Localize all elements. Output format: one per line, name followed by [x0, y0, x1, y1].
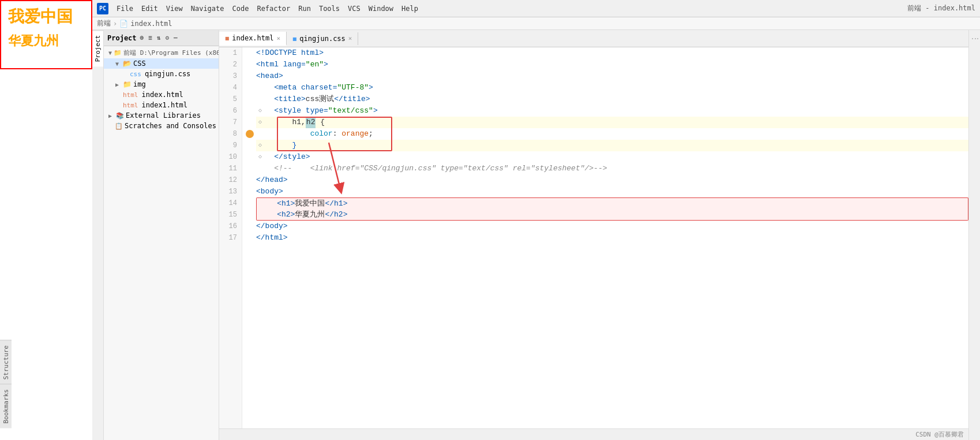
css-folder-arrow: ▼	[115, 61, 121, 67]
code-line-12: </head>	[256, 174, 968, 186]
index-html-label: index.html	[142, 91, 183, 99]
tree-scratches[interactable]: 📋 Scratches and Consoles	[104, 121, 219, 131]
root-arrow: ▼	[108, 50, 112, 56]
right-tab-1[interactable]: ⋮	[969, 30, 980, 47]
code-line-17: </html>	[256, 232, 968, 244]
code-line-14: <h1>我爱中国</h1>	[256, 197, 968, 209]
css-file-icon: css	[130, 70, 141, 78]
tree-css-folder[interactable]: ▼ 📂 CSS	[104, 58, 219, 69]
tab-index-html[interactable]: ◼ index.html ×	[219, 32, 287, 46]
breadcrumb: 前端 › 📄 index.html	[92, 17, 980, 30]
window-title: 前端 - index.html	[907, 3, 975, 13]
fold-icon-6[interactable]: ◇	[258, 105, 262, 117]
left-side-tabs: Project	[92, 30, 104, 440]
project-panel: Project ⊕ ≡ ⇅ ⚙ — ▼ 📁 前端 D:\Program File…	[104, 30, 219, 440]
menu-window[interactable]: Window	[365, 3, 397, 14]
code-line-3: <head>	[256, 70, 968, 82]
panel-header: Project ⊕ ≡ ⇅ ⚙ —	[104, 30, 219, 46]
tree-index-html[interactable]: html index.html	[104, 90, 219, 100]
css-file-label: qingjun.css	[145, 70, 190, 78]
status-bar: CSDN @百慕卿君	[219, 428, 968, 440]
code-line-15: <h2>华夏九州</h2>	[256, 209, 968, 221]
index1-html-label: index1.html	[142, 101, 187, 109]
menu-file[interactable]: File	[113, 3, 137, 14]
preview-h1: 我爱中国	[8, 6, 84, 28]
line-numbers: 1 2 3 4 5 6 7 8 9 10 11 12 13 14 15 16 1	[219, 47, 242, 428]
breadcrumb-file: 📄	[119, 20, 128, 28]
panel-icon-4[interactable]: ⚙	[164, 33, 170, 42]
editor-area: ◼ index.html × ◼ qingjun.css × 1 2 3 4 5	[219, 30, 968, 440]
code-line-7: ◇ h1,h2 {	[256, 117, 968, 128]
menu-refactor[interactable]: Refactor	[253, 3, 294, 14]
root-label: 前端 D:\Program Files (x86)\pycharm\前端	[123, 49, 219, 57]
pycharm-icon: PC	[97, 3, 108, 14]
css-folder-icon: 📂	[123, 59, 132, 68]
panel-icon-2[interactable]: ≡	[147, 33, 153, 42]
panel-title: Project	[107, 34, 137, 42]
fold-icon-7[interactable]: ◇	[258, 117, 262, 128]
status-text: CSDN @百慕卿君	[915, 430, 964, 439]
panel-icon-3[interactable]: ⇅	[156, 33, 162, 42]
tree-root[interactable]: ▼ 📁 前端 D:\Program Files (x86)\pycharm\前端	[104, 47, 219, 58]
menu-vcs[interactable]: VCS	[344, 3, 364, 14]
index-html-icon: html	[123, 91, 138, 99]
img-folder-icon: 📁	[123, 80, 132, 88]
code-line-4: <meta charset="UTF-8">	[256, 82, 968, 94]
breadcrumb-file-name[interactable]: index.html	[130, 20, 172, 28]
code-line-9: ◇ }	[256, 140, 968, 151]
tab-index-html-label: index.html	[232, 34, 273, 42]
code-line-6: ◇ <style type="text/css">	[256, 105, 968, 117]
menu-help[interactable]: Help	[398, 3, 422, 14]
code-line-11: <!-- <link href="CSS/qingjun.css" type="…	[256, 163, 968, 174]
tab-css-icon: ◼	[292, 35, 296, 43]
menu-tools[interactable]: Tools	[316, 3, 343, 14]
img-folder-label: img	[133, 80, 146, 88]
browser-preview: 我爱中国 华夏九州	[0, 0, 92, 69]
code-line-5: <title>css测试</title>	[256, 94, 968, 105]
ext-libs-label: External Libraries	[126, 111, 201, 120]
project-tab[interactable]: Project	[92, 30, 103, 66]
tab-qingjun-css-close[interactable]: ×	[348, 35, 352, 42]
img-folder-arrow: ▶	[115, 81, 121, 88]
menu-code[interactable]: Code	[229, 3, 253, 14]
breakpoint-dot	[246, 130, 254, 138]
menu-view[interactable]: View	[163, 3, 186, 14]
fold-end-icon-10[interactable]: ◇	[258, 151, 262, 163]
code-line-16: </body>	[256, 221, 968, 232]
ext-libs-arrow: ▶	[108, 113, 114, 119]
code-line-2: <html lang="en">	[256, 59, 968, 70]
right-side-tabs: ⋮	[968, 30, 980, 440]
menu-run[interactable]: Run	[295, 3, 314, 14]
code-line-1: <!DOCTYPE html>	[256, 47, 968, 59]
index1-html-icon: html	[123, 102, 138, 109]
tab-index-html-close[interactable]: ×	[276, 35, 280, 42]
tab-html-icon: ◼	[225, 34, 229, 42]
tree-index1-html[interactable]: html index1.html	[104, 100, 219, 110]
panel-icon-5[interactable]: —	[172, 33, 179, 42]
code-line-8: color: orange;	[256, 128, 968, 140]
tree-ext-libs[interactable]: ▶ 📚 External Libraries	[104, 110, 219, 121]
fold-end-icon-9[interactable]: ◇	[258, 140, 262, 151]
menu-edit[interactable]: Edit	[138, 3, 162, 14]
code-content[interactable]: <!DOCTYPE html> <html lang="en"> <head> …	[242, 47, 968, 428]
scratches-icon: 📋	[115, 122, 123, 130]
menu-bar: PC File Edit View Navigate Code Refactor…	[92, 0, 980, 17]
ext-libs-icon: 📚	[116, 112, 124, 120]
breadcrumb-root[interactable]: 前端	[97, 18, 111, 28]
css-folder-label: CSS	[133, 59, 146, 68]
project-tree: ▼ 📁 前端 D:\Program Files (x86)\pycharm\前端…	[104, 46, 219, 440]
root-folder-icon: 📁	[114, 49, 122, 57]
scratches-label: Scratches and Consoles	[125, 122, 216, 130]
tree-css-file[interactable]: css qingjun.css	[104, 69, 219, 79]
code-line-10: ◇ </style>	[256, 151, 968, 163]
code-line-13: <body>	[256, 186, 968, 197]
tab-qingjun-css-label: qingjun.css	[299, 35, 345, 43]
tab-qingjun-css[interactable]: ◼ qingjun.css ×	[287, 32, 358, 45]
tree-img-folder[interactable]: ▶ 📁 img	[104, 79, 219, 90]
panel-icon-1[interactable]: ⊕	[139, 33, 145, 42]
code-editor[interactable]: 1 2 3 4 5 6 7 8 9 10 11 12 13 14 15 16 1	[219, 47, 968, 428]
menu-navigate[interactable]: Navigate	[187, 3, 228, 14]
preview-h2: 华夏九州	[8, 32, 84, 50]
tab-bar: ◼ index.html × ◼ qingjun.css ×	[219, 30, 968, 47]
